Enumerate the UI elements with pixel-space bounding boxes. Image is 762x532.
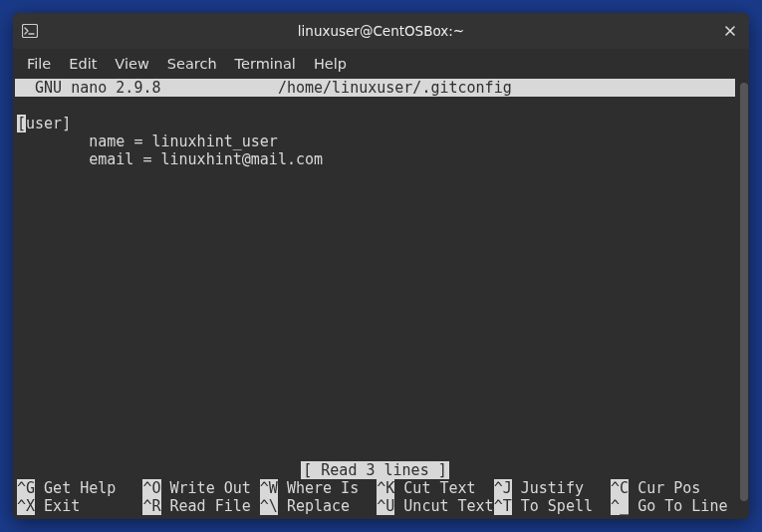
- key-to-spell: ^T: [494, 497, 512, 515]
- nano-editor-content[interactable]: [user] name = linuxhint_user email = lin…: [15, 115, 735, 168]
- label-to-spell: To Spell: [512, 497, 611, 515]
- key-where-is: ^W: [260, 479, 278, 497]
- nano-file-path: /home/linuxuser/.gitconfig: [278, 79, 512, 97]
- close-icon: [724, 25, 736, 37]
- label-replace: Replace: [278, 497, 377, 515]
- content-line-2: name = linuxhint_user: [17, 133, 278, 150]
- terminal-window: linuxuser@CentOSBox:~ File Edit View Sea…: [13, 13, 749, 519]
- content-line-1: user]: [26, 115, 71, 133]
- label-exit: Exit: [35, 497, 142, 515]
- menu-help[interactable]: Help: [306, 52, 355, 76]
- label-justify: Justify: [512, 479, 611, 497]
- key-read-file: ^R: [142, 497, 160, 515]
- menu-search[interactable]: Search: [159, 52, 225, 76]
- menubar: File Edit View Search Terminal Help: [13, 49, 749, 79]
- titlebar: linuxuser@CentOSBox:~: [13, 13, 749, 49]
- label-go-to-line: Go To Line: [629, 497, 727, 515]
- nano-shortcuts: ^G Get Help ^O Write Out ^W Where Is ^K …: [15, 479, 735, 519]
- key-write-out: ^O: [142, 479, 160, 497]
- key-cur-pos: ^C: [611, 479, 629, 497]
- nano-version: GNU nano 2.9.8: [17, 79, 161, 97]
- scrollbar[interactable]: [739, 79, 749, 519]
- cursor: [: [17, 115, 26, 133]
- label-uncut-text: Uncut Text: [394, 497, 493, 515]
- label-write-out: Write Out: [161, 479, 260, 497]
- content-line-3: email = linuxhint@mail.com: [17, 150, 323, 168]
- editor-empty-area[interactable]: [15, 168, 735, 461]
- terminal-area[interactable]: GNU nano 2.9.8 /home/linuxuser/.gitconfi…: [13, 79, 749, 519]
- key-go-to-line: ^_: [611, 497, 629, 515]
- menu-terminal[interactable]: Terminal: [227, 52, 304, 76]
- nano-header: GNU nano 2.9.8 /home/linuxuser/.gitconfi…: [15, 79, 735, 97]
- label-cur-pos: Cur Pos: [629, 479, 700, 497]
- key-cut-text: ^K: [377, 479, 394, 497]
- key-replace: ^\: [260, 497, 278, 515]
- menu-view[interactable]: View: [107, 52, 156, 76]
- label-where-is: Where Is: [278, 479, 377, 497]
- key-uncut-text: ^U: [377, 497, 394, 515]
- label-read-file: Read File: [161, 497, 260, 515]
- label-cut-text: Cut Text: [394, 479, 493, 497]
- window-title: linuxuser@CentOSBox:~: [43, 23, 719, 39]
- label-get-help: Get Help: [35, 479, 142, 497]
- close-button[interactable]: [719, 20, 741, 42]
- key-justify: ^J: [494, 479, 512, 497]
- key-get-help: ^G: [17, 479, 35, 497]
- nano-status-line: [ Read 3 lines ]: [15, 461, 735, 479]
- terminal-icon: [21, 22, 39, 40]
- scrollbar-thumb[interactable]: [740, 83, 748, 501]
- key-exit: ^X: [17, 497, 35, 515]
- svg-rect-0: [23, 25, 38, 38]
- menu-edit[interactable]: Edit: [61, 52, 105, 76]
- menu-file[interactable]: File: [19, 52, 59, 76]
